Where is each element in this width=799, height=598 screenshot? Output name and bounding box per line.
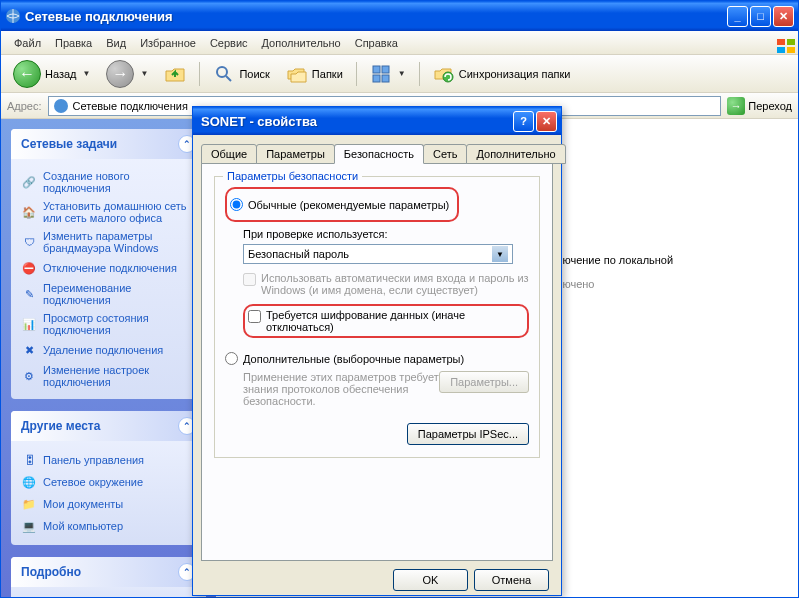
menu-file[interactable]: Файл bbox=[7, 34, 48, 52]
search-label: Поиск bbox=[239, 68, 269, 80]
lan-name: лючение по локальной bbox=[556, 254, 673, 266]
highlight-encrypt: Требуется шифрование данных (иначе отклю… bbox=[243, 304, 529, 338]
details-header[interactable]: Подробно ⌃ bbox=[11, 557, 206, 587]
verify-label: При проверке используется: bbox=[243, 228, 529, 240]
tasks-header[interactable]: Сетевые задачи ⌃ bbox=[11, 129, 206, 159]
auto-login-row[interactable]: Использовать автоматически имя входа и п… bbox=[243, 272, 529, 296]
task-new-connection[interactable]: 🔗Создание нового подключения bbox=[21, 167, 196, 197]
sync-icon bbox=[433, 63, 455, 85]
place-control-panel[interactable]: 🎛Панель управления bbox=[21, 449, 196, 471]
ipsec-button[interactable]: Параметры IPSec... bbox=[407, 423, 529, 445]
lan-status: лючено bbox=[556, 278, 673, 290]
svg-rect-3 bbox=[787, 39, 795, 45]
menu-tools[interactable]: Сервис bbox=[203, 34, 255, 52]
verify-select[interactable]: Безопасный пароль ▼ bbox=[243, 244, 513, 264]
search-button[interactable]: Поиск bbox=[207, 59, 275, 89]
up-button[interactable] bbox=[158, 59, 192, 89]
folders-label: Папки bbox=[312, 68, 343, 80]
main-titlebar: Сетевые подключения _ □ ✕ bbox=[1, 1, 798, 31]
svg-rect-5 bbox=[787, 47, 795, 53]
lan-connection[interactable]: лючение по локальной лючено bbox=[556, 254, 673, 290]
places-header[interactable]: Другие места ⌃ bbox=[11, 411, 206, 441]
connection-icon: 🔗 bbox=[21, 174, 37, 190]
place-documents[interactable]: 📁Мои документы bbox=[21, 493, 196, 515]
back-button[interactable]: ← Назад ▼ bbox=[7, 56, 96, 92]
menu-edit[interactable]: Правка bbox=[48, 34, 99, 52]
svg-rect-10 bbox=[373, 75, 380, 82]
network-icon bbox=[53, 98, 69, 114]
task-delete[interactable]: ✖Удаление подключения bbox=[21, 339, 196, 361]
radio-advanced-label: Дополнительные (выборочные параметры) bbox=[243, 353, 464, 365]
task-settings[interactable]: ⚙Изменение настроек подключения bbox=[21, 361, 196, 391]
tab-advanced[interactable]: Дополнительно bbox=[466, 144, 565, 164]
go-arrow-icon: → bbox=[727, 97, 745, 115]
ok-button[interactable]: OK bbox=[393, 569, 468, 591]
delete-icon: ✖ bbox=[21, 342, 37, 358]
task-rename[interactable]: ✎Переименование подключения bbox=[21, 279, 196, 309]
computer-icon: 💻 bbox=[21, 518, 37, 534]
tab-options[interactable]: Параметры bbox=[256, 144, 335, 164]
toolbar: ← Назад ▼ → ▼ Поиск Папки ▼ Синхронизаци… bbox=[1, 55, 798, 93]
firewall-icon: 🛡 bbox=[21, 234, 37, 250]
rename-icon: ✎ bbox=[21, 286, 37, 302]
tabs: Общие Параметры Безопасность Сеть Дополн… bbox=[201, 144, 553, 164]
help-button[interactable]: ? bbox=[513, 111, 534, 132]
tasks-title: Сетевые задачи bbox=[21, 137, 117, 151]
back-dropdown-icon: ▼ bbox=[83, 69, 91, 78]
minimize-button[interactable]: _ bbox=[727, 6, 748, 27]
forward-button[interactable]: → ▼ bbox=[100, 56, 154, 92]
views-dropdown-icon: ▼ bbox=[398, 69, 406, 78]
maximize-button[interactable]: □ bbox=[750, 6, 771, 27]
menu-view[interactable]: Вид bbox=[99, 34, 133, 52]
forward-arrow-icon: → bbox=[106, 60, 134, 88]
menu-advanced[interactable]: Дополнительно bbox=[255, 34, 348, 52]
views-icon bbox=[370, 63, 392, 85]
radio-typical-label: Обычные (рекомендуемые параметры) bbox=[248, 199, 449, 211]
params-button: Параметры... bbox=[439, 371, 529, 393]
tab-general[interactable]: Общие bbox=[201, 144, 257, 164]
task-home-network[interactable]: 🏠Установить домашнюю сеть или сеть малог… bbox=[21, 197, 196, 227]
dialog-titlebar: SONET - свойства ? ✕ bbox=[193, 107, 561, 135]
disable-icon: ⛔ bbox=[21, 260, 37, 276]
encrypt-label: Требуется шифрование данных (иначе отклю… bbox=[266, 309, 519, 333]
place-network[interactable]: 🌐Сетевое окружение bbox=[21, 471, 196, 493]
auto-login-label: Использовать автоматически имя входа и п… bbox=[261, 272, 529, 296]
sync-button[interactable]: Синхронизация папки bbox=[427, 59, 577, 89]
encrypt-checkbox[interactable] bbox=[248, 310, 261, 323]
menu-favorites[interactable]: Избранное bbox=[133, 34, 203, 52]
tab-network[interactable]: Сеть bbox=[423, 144, 467, 164]
menu-help[interactable]: Справка bbox=[348, 34, 405, 52]
address-label: Адрес: bbox=[7, 100, 42, 112]
fieldset-legend: Параметры безопасности bbox=[223, 170, 362, 182]
folders-icon bbox=[286, 63, 308, 85]
radio-advanced[interactable] bbox=[225, 352, 238, 365]
place-computer[interactable]: 💻Мой компьютер bbox=[21, 515, 196, 537]
network-icon bbox=[5, 8, 21, 24]
radio-advanced-row[interactable]: Дополнительные (выборочные параметры) bbox=[225, 352, 529, 365]
tasks-panel: Сетевые задачи ⌃ 🔗Создание нового подклю… bbox=[11, 129, 206, 399]
folders-button[interactable]: Папки bbox=[280, 59, 349, 89]
go-button[interactable]: → Переход bbox=[727, 97, 792, 115]
search-icon bbox=[213, 63, 235, 85]
svg-rect-4 bbox=[777, 47, 785, 53]
views-button[interactable]: ▼ bbox=[364, 59, 412, 89]
svg-rect-8 bbox=[373, 66, 380, 73]
back-label: Назад bbox=[45, 68, 77, 80]
close-button[interactable]: ✕ bbox=[773, 6, 794, 27]
radio-typical-row[interactable]: Обычные (рекомендуемые параметры) bbox=[230, 198, 449, 211]
task-firewall[interactable]: 🛡Изменить параметры брандмауэра Windows bbox=[21, 227, 196, 257]
toolbar-separator bbox=[199, 62, 200, 86]
task-status[interactable]: 📊Просмотр состояния подключения bbox=[21, 309, 196, 339]
cancel-button[interactable]: Отмена bbox=[474, 569, 549, 591]
dialog-close-button[interactable]: ✕ bbox=[536, 111, 557, 132]
security-fieldset: Параметры безопасности Обычные (рекоменд… bbox=[214, 176, 540, 458]
svg-rect-9 bbox=[382, 66, 389, 73]
settings-icon: ⚙ bbox=[21, 368, 37, 384]
task-disable[interactable]: ⛔Отключение подключения bbox=[21, 257, 196, 279]
svg-rect-11 bbox=[382, 75, 389, 82]
auto-login-checkbox[interactable] bbox=[243, 273, 256, 286]
window-title: Сетевые подключения bbox=[25, 9, 727, 24]
encrypt-row[interactable]: Требуется шифрование данных (иначе отклю… bbox=[248, 309, 519, 333]
radio-typical[interactable] bbox=[230, 198, 243, 211]
tab-security[interactable]: Безопасность bbox=[334, 144, 424, 164]
